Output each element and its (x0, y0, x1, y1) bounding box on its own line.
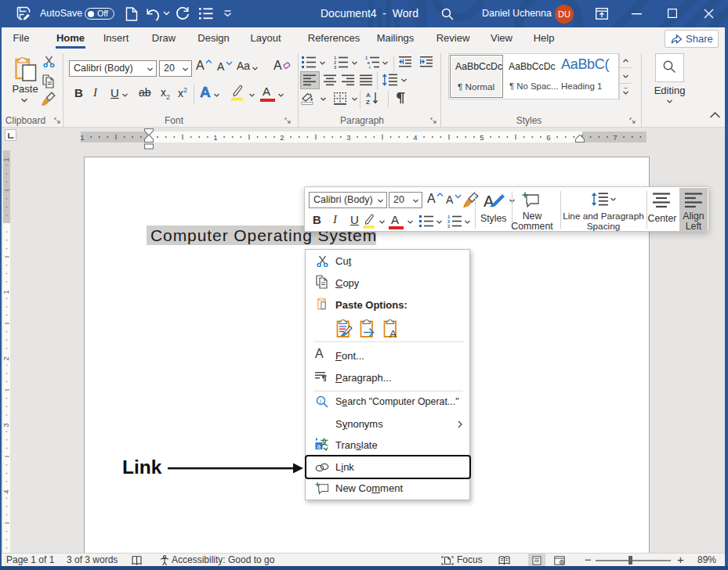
svg-text:6: 6 (546, 133, 550, 142)
svg-text:A: A (389, 328, 397, 338)
svg-text:1: 1 (80, 133, 84, 142)
svg-text:5: 5 (480, 133, 484, 142)
svg-text:2: 2 (3, 356, 10, 360)
svg-text:i: i (320, 398, 321, 405)
svg-text:3: 3 (346, 133, 350, 142)
svg-text:1: 1 (3, 290, 10, 294)
svg-text:4: 4 (3, 489, 10, 493)
svg-text:1: 1 (3, 157, 10, 161)
svg-text:7: 7 (613, 133, 617, 142)
svg-text:A: A (484, 193, 494, 210)
svg-text:1: 1 (213, 133, 217, 142)
svg-text:文: 文 (320, 438, 328, 446)
svg-text:4: 4 (413, 133, 417, 142)
svg-text:3: 3 (3, 423, 10, 427)
svg-text:2: 2 (280, 133, 284, 142)
